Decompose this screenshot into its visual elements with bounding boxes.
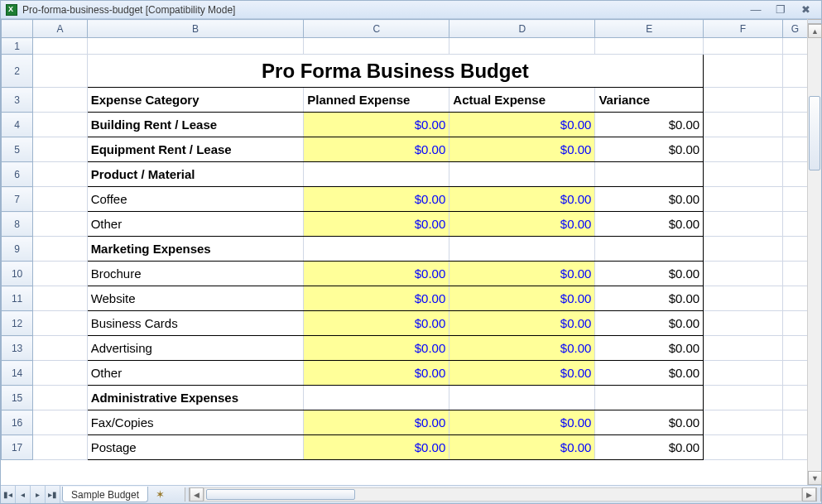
header-cell[interactable]: Variance: [595, 88, 704, 113]
value-cell[interactable]: $0.00: [595, 137, 704, 162]
value-cell[interactable]: $0.00: [449, 311, 595, 336]
first-sheet-button[interactable]: ▮◂: [1, 486, 16, 503]
cell[interactable]: [33, 286, 87, 311]
value-cell[interactable]: $0.00: [449, 361, 595, 386]
value-cell[interactable]: $0.00: [449, 336, 595, 361]
category-cell[interactable]: Coffee: [87, 187, 304, 212]
category-cell[interactable]: Business Cards: [87, 311, 304, 336]
cell[interactable]: [704, 361, 783, 386]
value-cell[interactable]: [449, 162, 595, 187]
row-header[interactable]: 14: [2, 361, 33, 386]
cell[interactable]: [33, 237, 87, 262]
cell[interactable]: [33, 212, 87, 237]
value-cell[interactable]: $0.00: [595, 262, 704, 286]
cell[interactable]: [33, 386, 87, 410]
hscroll-track[interactable]: [204, 487, 802, 502]
cell[interactable]: [704, 386, 783, 410]
row-header[interactable]: 4: [2, 113, 33, 137]
cell[interactable]: [704, 410, 783, 435]
cell[interactable]: [704, 137, 783, 162]
value-cell[interactable]: $0.00: [449, 212, 595, 237]
cell[interactable]: [782, 113, 807, 137]
col-header[interactable]: C: [304, 20, 449, 38]
value-cell[interactable]: $0.00: [304, 311, 449, 336]
value-cell[interactable]: $0.00: [595, 212, 704, 237]
row-header[interactable]: 7: [2, 187, 33, 212]
value-cell[interactable]: $0.00: [304, 113, 449, 137]
col-header[interactable]: A: [33, 20, 87, 38]
value-cell[interactable]: $0.00: [595, 336, 704, 361]
sheet-tab[interactable]: Sample Budget: [62, 487, 148, 502]
cell[interactable]: [782, 336, 807, 361]
row-header[interactable]: 12: [2, 311, 33, 336]
value-cell[interactable]: $0.00: [595, 187, 704, 212]
scroll-up-button[interactable]: ▲: [808, 24, 822, 38]
cell[interactable]: [782, 386, 807, 410]
cell[interactable]: [704, 38, 783, 55]
col-header[interactable]: D: [449, 20, 595, 38]
cell[interactable]: [782, 55, 807, 88]
cell[interactable]: [595, 38, 704, 55]
row-header[interactable]: 9: [2, 237, 33, 262]
row-header[interactable]: 5: [2, 137, 33, 162]
minimize-button[interactable]: —: [745, 4, 767, 16]
value-cell[interactable]: $0.00: [449, 187, 595, 212]
spreadsheet-grid[interactable]: A B C D E F G 1: [1, 19, 821, 485]
next-sheet-button[interactable]: ▸: [31, 486, 46, 503]
cell[interactable]: [704, 286, 783, 311]
value-cell[interactable]: $0.00: [304, 212, 449, 237]
select-all-corner[interactable]: [2, 20, 33, 38]
cell[interactable]: [704, 212, 783, 237]
close-button[interactable]: ✖: [795, 4, 816, 16]
value-cell[interactable]: [595, 162, 704, 187]
col-header[interactable]: F: [704, 20, 783, 38]
scroll-left-button[interactable]: ◀: [190, 487, 204, 502]
row-header[interactable]: 1: [2, 38, 33, 55]
cell[interactable]: [33, 361, 87, 386]
category-cell[interactable]: Advertising: [87, 336, 304, 361]
value-cell[interactable]: $0.00: [304, 336, 449, 361]
value-cell[interactable]: $0.00: [449, 286, 595, 311]
cell[interactable]: [704, 88, 783, 113]
header-cell[interactable]: Planned Expense: [304, 88, 449, 113]
scroll-right-button[interactable]: ▶: [802, 487, 816, 502]
value-cell[interactable]: $0.00: [304, 286, 449, 311]
value-cell[interactable]: [595, 237, 704, 262]
cell[interactable]: [304, 38, 449, 55]
vertical-scrollbar[interactable]: ▲ ▼: [807, 19, 821, 485]
col-header[interactable]: G: [782, 20, 807, 38]
cell[interactable]: [33, 187, 87, 212]
cell[interactable]: [449, 38, 595, 55]
value-cell[interactable]: [304, 162, 449, 187]
category-cell[interactable]: Other: [87, 361, 304, 386]
cell[interactable]: [704, 187, 783, 212]
row-header[interactable]: 11: [2, 286, 33, 311]
category-cell[interactable]: Fax/Copies: [87, 410, 304, 435]
category-cell[interactable]: Website: [87, 286, 304, 311]
cell[interactable]: [704, 262, 783, 286]
last-sheet-button[interactable]: ▸▮: [46, 486, 60, 503]
value-cell[interactable]: [595, 386, 704, 410]
col-header[interactable]: E: [595, 20, 704, 38]
cell[interactable]: [87, 38, 304, 55]
value-cell[interactable]: $0.00: [449, 435, 595, 460]
new-sheet-button[interactable]: ✶: [151, 486, 168, 503]
row-header[interactable]: 15: [2, 386, 33, 410]
cell[interactable]: [782, 286, 807, 311]
row-header[interactable]: 8: [2, 212, 33, 237]
title-cell[interactable]: Pro Forma Business Budget: [87, 55, 704, 88]
value-cell[interactable]: $0.00: [449, 410, 595, 435]
value-cell[interactable]: $0.00: [595, 361, 704, 386]
row-header[interactable]: 13: [2, 336, 33, 361]
scroll-thumb[interactable]: [809, 96, 820, 170]
cell[interactable]: [782, 212, 807, 237]
row-header[interactable]: 3: [2, 88, 33, 113]
cell[interactable]: [704, 55, 783, 88]
cell[interactable]: [33, 311, 87, 336]
category-cell[interactable]: Equipment Rent / Lease: [87, 137, 304, 162]
category-cell[interactable]: Other: [87, 212, 304, 237]
restore-button[interactable]: ❐: [770, 4, 791, 16]
row-header[interactable]: 10: [2, 262, 33, 286]
cell[interactable]: [33, 55, 87, 88]
category-cell[interactable]: Administrative Expenses: [87, 386, 304, 410]
